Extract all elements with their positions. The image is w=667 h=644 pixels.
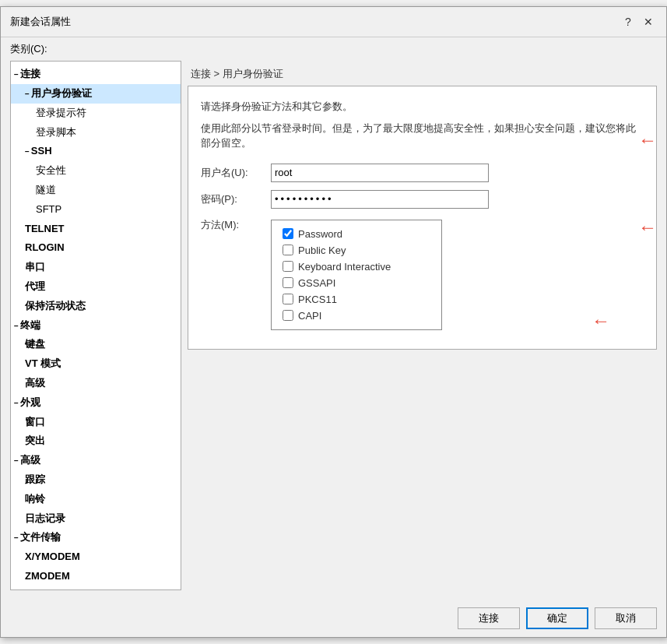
username-input[interactable] [271,164,489,182]
sidebar-item-login-prompts[interactable]: 登录提示符 [11,104,181,123]
method-label: 方法(M): [201,216,271,232]
method-publickey-checkbox[interactable] [283,245,293,255]
sidebar-item-ssh[interactable]: −SSH [11,142,181,161]
desc-line1: 请选择身份验证方法和其它参数。 [201,99,644,114]
method-keyboard-checkbox[interactable] [283,261,293,272]
sidebar-item-rlogin[interactable]: RLOGIN [11,238,181,258]
sidebar-item-vt-mode[interactable]: VT 模式 [11,354,181,374]
sidebar-item-keepalive[interactable]: 保持活动状态 [11,297,181,316]
close-button[interactable]: ✕ [640,13,657,30]
sidebar-item-auth[interactable]: −用户身份验证 [11,84,181,104]
bottom-bar: 连接 确定 取消 [1,600,666,637]
title-bar: 新建会话属性 ? ✕ [1,7,666,37]
method-gssapi-label[interactable]: GSSAPI [298,277,335,289]
sidebar-item-log[interactable]: 日志记录 [11,509,181,529]
method-gssapi-checkbox[interactable] [283,277,293,288]
sidebar-item-zmodem[interactable]: ZMODEM [11,567,181,586]
desc-line2: 使用此部分以节省登录时间。但是，为了最大限度地提高安全性，如果担心安全问题，建议… [201,121,644,151]
sidebar-item-advanced-terminal[interactable]: 高级 [11,374,181,393]
method-row: 方法(M): Password Public Key [201,216,644,330]
sidebar-item-terminal[interactable]: −终端 [11,316,181,336]
sidebar-item-proxy[interactable]: 代理 [11,277,181,297]
sidebar-item-trace[interactable]: 跟踪 [11,470,181,490]
title-bar-controls: ? ✕ [620,13,657,30]
method-capi-row: CAPI [283,310,430,322]
method-keyboard-row: Keyboard Interactive [283,261,430,273]
sidebar-item-security[interactable]: 安全性 [11,161,181,181]
sidebar-tree: −连接 −用户身份验证 登录提示符 登录脚本 −SSH 安全性 隧道 SFTP [10,61,181,590]
breadcrumb: 连接 > 用户身份验证 [188,61,657,86]
username-label: 用户名(U): [201,166,271,180]
right-area: 连接 > 用户身份验证 请选择身份验证方法和其它参数。 使用此部分以节省登录时间… [188,61,657,590]
method-pkcs11-checkbox[interactable] [283,294,293,304]
sidebar-item-advanced[interactable]: −高级 [11,451,181,470]
method-publickey-row: Public Key [283,245,430,256]
method-gssapi-row: GSSAPI [283,277,430,289]
sidebar-item-bell[interactable]: 响铃 [11,490,181,509]
method-password-checkbox[interactable] [283,228,293,239]
sidebar-item-serial[interactable]: 串口 [11,258,181,277]
sidebar-item-connection[interactable]: −连接 [11,65,181,84]
sidebar-item-highlight[interactable]: 突出 [11,431,181,451]
method-keyboard-label[interactable]: Keyboard Interactive [298,261,391,273]
main-content: −连接 −用户身份验证 登录提示符 登录脚本 −SSH 安全性 隧道 SFTP [1,61,666,600]
right-panel: 连接 > 用户身份验证 请选择身份验证方法和其它参数。 使用此部分以节省登录时间… [188,61,657,350]
password-input[interactable] [271,190,489,209]
panel-content: 请选择身份验证方法和其它参数。 使用此部分以节省登录时间。但是，为了最大限度地提… [188,86,657,350]
dialog-title: 新建会话属性 [10,15,71,29]
dialog: 新建会话属性 ? ✕ 类别(C): −连接 −用户身份验证 登录提示符 登录脚本… [0,6,667,638]
sidebar-item-tunnel[interactable]: 隧道 [11,181,181,200]
category-label: 类别(C): [1,37,666,61]
method-pkcs11-label[interactable]: PKCS11 [298,294,337,305]
help-button[interactable]: ? [620,13,637,30]
method-capi-checkbox[interactable] [283,310,293,321]
sidebar-item-window[interactable]: 窗口 [11,413,181,432]
username-row: 用户名(U): [201,164,644,182]
method-password-row: Password [283,228,430,240]
method-box: Password Public Key Keyboard Interactive [271,220,442,330]
sidebar-item-xymodem[interactable]: X/YMODEM [11,547,181,567]
sidebar-item-filetransfer[interactable]: −文件传输 [11,528,181,547]
cancel-button[interactable]: 取消 [595,607,657,629]
sidebar-item-login-script[interactable]: 登录脚本 [11,123,181,143]
method-publickey-label[interactable]: Public Key [298,245,346,256]
sidebar-item-telnet[interactable]: TELNET [11,220,181,239]
password-row: 密码(P): [201,190,644,209]
method-password-label[interactable]: Password [298,228,342,240]
sidebar-item-appearance[interactable]: −外观 [11,393,181,413]
connect-button[interactable]: 连接 [458,607,520,629]
sidebar-item-keyboard[interactable]: 键盘 [11,335,181,354]
password-label: 密码(P): [201,192,271,206]
method-capi-label[interactable]: CAPI [298,310,321,322]
method-pkcs11-row: PKCS11 [283,294,430,305]
sidebar-item-sftp[interactable]: SFTP [11,200,181,220]
ok-button[interactable]: 确定 [526,607,588,629]
